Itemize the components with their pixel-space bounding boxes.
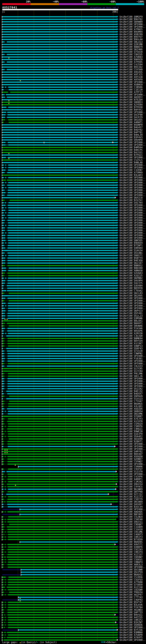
alignment-bar <box>2 376 117 377</box>
alignment-bar <box>2 401 117 402</box>
gap-line <box>3 414 8 414</box>
gap-line <box>3 336 6 336</box>
alignment-arrow-icon <box>117 317 118 319</box>
gap-line <box>6 577 8 577</box>
alignment-bar <box>2 554 117 555</box>
gap-line <box>6 243 8 243</box>
alignment-arrow-icon <box>117 64 118 65</box>
gap-line <box>4 333 5 334</box>
alignment-arrow-icon <box>117 58 118 60</box>
subject-junction-tick <box>44 142 44 144</box>
alignment-bar <box>2 142 117 143</box>
gap-line <box>5 280 7 281</box>
alignment-bar <box>2 474 117 475</box>
alignment-bar <box>2 433 117 434</box>
gap-line <box>4 406 8 406</box>
gap-line <box>4 384 7 384</box>
gap-line <box>6 431 7 432</box>
gap-line <box>6 306 8 306</box>
scale-label-40: ~40% <box>53 0 59 3</box>
gap-line <box>3 602 5 602</box>
alignment-arrow-icon <box>117 152 118 153</box>
alignment-bar <box>2 258 117 258</box>
gap-line <box>6 489 8 489</box>
alignment-bar <box>2 637 117 638</box>
gap-line <box>6 168 8 168</box>
alignview-screen: 20% ~40% ~60% ~80% ~100% AV527041 AlignV… <box>0 0 146 644</box>
alignment-arrow-icon <box>117 496 118 498</box>
gap-line <box>5 328 7 328</box>
gap-line <box>4 225 5 226</box>
gap-line <box>4 185 7 185</box>
gap-line <box>3 560 5 560</box>
alignment-arrow-icon <box>117 16 118 18</box>
alignment-arrow-icon <box>117 99 118 100</box>
legend-large-gaps: Large gaps: ▲(in Query)/– (in Subject) <box>2 641 57 644</box>
gap-line <box>4 434 8 434</box>
alignment-arrow-icon <box>117 149 118 151</box>
gap-line <box>4 54 7 54</box>
alignment-bar <box>2 366 117 367</box>
hit-label[interactable]: UniRef100_UPI000.. <box>120 639 146 641</box>
alignment-bar <box>2 86 117 88</box>
alignment-bar <box>2 66 117 68</box>
gap-line <box>5 120 8 120</box>
alignment-bar <box>18 597 117 598</box>
alignment-arrow-icon <box>117 159 118 161</box>
gap-line <box>4 233 5 233</box>
gap-line <box>4 90 9 90</box>
query-gap-triangle-icon <box>4 452 6 453</box>
pre-alignment-line <box>2 569 21 570</box>
alignment-bar <box>2 576 117 578</box>
alignment-arrow-icon <box>117 234 118 236</box>
gap-line <box>3 486 5 487</box>
alignment-bar <box>2 92 117 93</box>
alignment-arrow-icon <box>117 189 118 191</box>
alignment-bar <box>2 195 117 196</box>
alignment-arrow-icon <box>115 518 117 520</box>
query-gap-triangle-icon <box>8 102 9 104</box>
alignment-bar <box>2 240 117 241</box>
gap-line <box>4 343 7 344</box>
alignment-bar <box>2 157 117 158</box>
alignment-bar <box>2 516 117 518</box>
gap-line <box>4 381 7 381</box>
alignment-bar <box>2 448 117 450</box>
gap-line <box>6 522 7 522</box>
gap-line <box>3 288 7 288</box>
alignment-arrow-icon <box>117 355 118 357</box>
alignment-arrow-icon <box>117 460 118 462</box>
legend-scale-swatch-tick <box>105 642 105 643</box>
gap-line <box>4 213 5 213</box>
gap-line <box>6 580 8 580</box>
alignment-arrow-icon <box>117 169 118 171</box>
alignment-arrow-icon <box>117 267 118 269</box>
gap-line <box>5 622 8 622</box>
gap-line <box>5 273 7 273</box>
alignment-arrow-icon <box>117 340 118 342</box>
alignment-arrow-icon <box>117 262 118 264</box>
alignment-arrow-icon <box>117 400 118 402</box>
gap-line <box>4 218 5 218</box>
alignment-bar <box>2 396 117 397</box>
alignment-arrow-icon <box>117 179 118 181</box>
gap-line <box>6 268 9 268</box>
ruler-start-label: |1 <box>2 10 5 13</box>
alignment-arrow-icon <box>117 212 118 214</box>
alignment-bar <box>2 152 117 153</box>
gap-line <box>3 584 5 585</box>
alignment-bar <box>2 260 117 261</box>
alignment-arrow-icon <box>117 187 118 188</box>
alignment-bar <box>2 587 117 588</box>
gap-line <box>6 486 7 487</box>
gap-line <box>4 524 9 524</box>
alignment-bar <box>2 34 117 35</box>
alignment-bar <box>2 544 115 545</box>
alignment-bar <box>2 227 117 228</box>
gap-line <box>6 188 8 188</box>
gap-line <box>4 200 9 200</box>
alignment-arrow-icon <box>117 204 118 206</box>
alignment-arrow-icon <box>117 430 118 432</box>
gap-line <box>4 462 7 462</box>
alignment-bar <box>2 562 117 563</box>
